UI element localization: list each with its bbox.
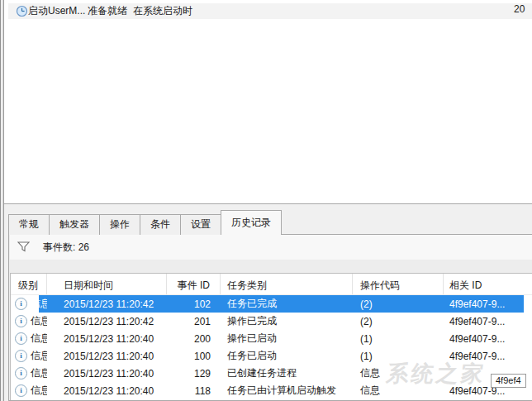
column-header[interactable]: 操作代码 xyxy=(353,274,444,294)
cell-correlation: 4f9ef407-9... xyxy=(444,298,532,310)
column-header[interactable]: 任务类别 xyxy=(221,274,353,294)
column-header[interactable]: 事件 ID xyxy=(167,274,221,294)
cell-event_id: 102 xyxy=(167,298,221,310)
column-header[interactable]: 相关 ID xyxy=(444,274,532,294)
tab-设置[interactable]: 设置 xyxy=(180,214,221,235)
info-icon xyxy=(15,367,27,380)
cell-datetime: 2015/12/23 11:20:40 xyxy=(47,333,167,345)
cell-category: 操作已启动 xyxy=(221,332,353,346)
watermark: 系统之家 xyxy=(384,359,487,389)
cell-category: 任务已完成 xyxy=(221,297,353,311)
task-list-pane: 启动UserM... 准备就绪 在系统启动时 20 xyxy=(4,0,532,203)
cell-datetime: 2015/12/23 11:20:42 xyxy=(47,316,167,327)
tab-触发器[interactable]: 触发器 xyxy=(49,214,100,235)
events-table-header: 级别日期和时间事件 ID任务类别操作代码相关 ID xyxy=(11,274,532,295)
cell-datetime: 2015/12/23 11:20:40 xyxy=(47,351,167,362)
cell-correlation: 4f9ef407-9... xyxy=(444,316,532,327)
cell-datetime: 2015/12/23 11:20:40 xyxy=(47,385,167,397)
history-toolbar: 事件数: 26 xyxy=(10,235,532,260)
cell-level: 信息 xyxy=(11,332,47,346)
cell-category: 已创建任务进程 xyxy=(221,366,353,380)
tab-常规[interactable]: 常规 xyxy=(8,214,50,235)
left-splitter-line[interactable] xyxy=(0,0,1,401)
info-icon xyxy=(15,298,27,310)
tab-bar: 常规触发器操作条件设置历史记录 xyxy=(8,210,281,235)
cell-event_id: 201 xyxy=(167,316,221,327)
cell-event_id: 129 xyxy=(167,368,221,380)
cell-event_id: 118 xyxy=(167,385,221,397)
info-icon xyxy=(15,315,27,327)
task-status: 准备就绪 xyxy=(88,4,133,18)
left-splitter-line[interactable] xyxy=(2,0,2,401)
cell-category: 任务已启动 xyxy=(221,349,353,363)
cell-datetime: 2015/12/23 11:20:40 xyxy=(47,368,167,380)
cell-category: 操作已完成 xyxy=(221,314,353,328)
column-header[interactable]: 日期和时间 xyxy=(47,274,167,294)
task-name: 启动UserM... xyxy=(28,4,88,18)
correlation-id-tooltip: 4f9ef4 xyxy=(491,374,526,388)
cell-opcode: (1) xyxy=(353,333,444,345)
column-header[interactable]: 级别 xyxy=(11,274,47,294)
table-row[interactable]: 信息2015/12/23 11:20:40200操作已启动(1)4f9ef407… xyxy=(11,330,532,347)
cell-correlation: 4f9ef407-9... xyxy=(444,333,532,345)
tab-条件[interactable]: 条件 xyxy=(140,214,181,235)
table-row[interactable]: 信息2015/12/23 11:20:42201操作已完成(2)4f9ef407… xyxy=(11,313,532,330)
cell-level: 信息 xyxy=(11,366,47,380)
cell-level: 信息 xyxy=(11,314,47,328)
cell-opcode: (2) xyxy=(353,316,444,327)
cell-event_id: 100 xyxy=(167,351,221,362)
cell-level: 信息 xyxy=(11,297,47,311)
clipped-column-text: 20 xyxy=(514,3,525,15)
cell-category: 任务已由计算机启动触发 xyxy=(221,384,353,398)
cell-datetime: 2015/12/23 11:20:42 xyxy=(47,298,167,310)
tab-操作[interactable]: 操作 xyxy=(99,214,140,235)
info-icon xyxy=(15,332,27,345)
info-icon xyxy=(15,384,27,397)
cell-opcode: (2) xyxy=(353,298,444,310)
cell-level: 信息 xyxy=(11,384,47,398)
table-row[interactable]: 信息2015/12/23 11:20:42102任务已完成(2)4f9ef407… xyxy=(11,295,532,313)
task-scheduler-pane: 启动UserM... 准备就绪 在系统启动时 20 常规触发器操作条件设置历史记… xyxy=(0,0,532,401)
clock-icon xyxy=(16,5,28,20)
cell-event_id: 200 xyxy=(167,333,221,345)
task-trigger: 在系统启动时 xyxy=(133,4,192,18)
info-icon xyxy=(15,350,27,362)
events-count-label: 事件数: 26 xyxy=(43,235,89,260)
task-row[interactable]: 启动UserM... 准备就绪 在系统启动时 xyxy=(8,3,532,19)
cell-level: 信息 xyxy=(11,349,47,363)
funnel-icon[interactable] xyxy=(17,241,30,255)
tab-历史记录[interactable]: 历史记录 xyxy=(221,210,282,235)
